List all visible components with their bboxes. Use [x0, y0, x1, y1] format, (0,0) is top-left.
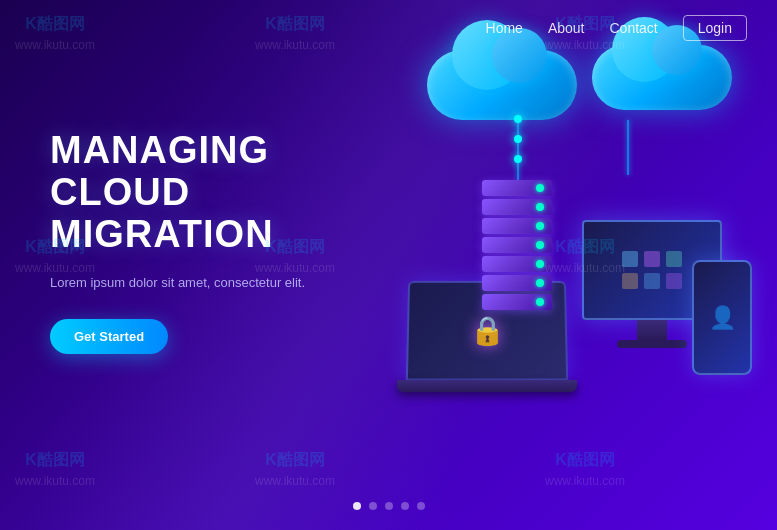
monitor-base — [617, 340, 687, 348]
pagination — [353, 502, 425, 510]
connector-dot-2 — [514, 135, 522, 143]
nav-links: Home About Contact Login — [486, 19, 747, 37]
server-stack — [482, 180, 552, 313]
screen-icon-4 — [622, 273, 638, 289]
mobile-phone: 👤 — [692, 260, 752, 375]
monitor-stand — [637, 320, 667, 340]
screen-icon-5 — [644, 273, 660, 289]
watermark-7: K酷图网 www.ikutu.com — [15, 448, 95, 490]
nav-contact-link[interactable]: Contact — [609, 20, 657, 36]
monitor-content — [614, 243, 690, 297]
watermark-9: K酷图网 www.ikutu.com — [545, 448, 625, 490]
watermark-8: K酷图网 www.ikutu.com — [255, 448, 335, 490]
hero-title: MANAGING CLOUD MIGRATION — [50, 130, 370, 255]
pagination-dot-4[interactable] — [401, 502, 409, 510]
server-unit-3 — [482, 218, 552, 234]
nav-item-login[interactable]: Login — [683, 19, 747, 37]
phone-person-icon: 👤 — [709, 305, 736, 331]
connector-line-1 — [517, 120, 519, 180]
keyboard-area — [397, 380, 577, 392]
pagination-dot-1[interactable] — [353, 502, 361, 510]
screen-icon-2 — [644, 251, 660, 267]
hero-title-line2: CLOUD MIGRATION — [50, 171, 274, 255]
server-unit-2 — [482, 199, 552, 215]
page-wrapper: Home About Contact Login MANAGING CLOUD … — [0, 0, 777, 530]
pagination-dot-5[interactable] — [417, 502, 425, 510]
pagination-dot-2[interactable] — [369, 502, 377, 510]
connector-line-2 — [627, 120, 629, 175]
hero-description: Lorem ipsum dolor sit amet, consectetur … — [50, 273, 370, 294]
server-unit-4 — [482, 237, 552, 253]
screen-icon-1 — [622, 251, 638, 267]
lock-icon: 🔒 — [469, 314, 504, 347]
illustration: 🔒 👤 — [327, 20, 757, 440]
server-unit-1 — [482, 180, 552, 196]
screen-icon-6 — [666, 273, 682, 289]
navbar: Home About Contact Login — [0, 0, 777, 55]
nav-home-link[interactable]: Home — [486, 20, 523, 36]
pagination-dot-3[interactable] — [385, 502, 393, 510]
screen-icon-3 — [666, 251, 682, 267]
nav-login-link[interactable]: Login — [683, 15, 747, 41]
get-started-button[interactable]: Get Started — [50, 319, 168, 354]
nav-about-link[interactable]: About — [548, 20, 585, 36]
hero-content: MANAGING CLOUD MIGRATION Lorem ipsum dol… — [50, 130, 370, 354]
nav-item-home[interactable]: Home — [486, 19, 523, 37]
server-unit-7 — [482, 294, 552, 310]
connector-dot-3 — [514, 155, 522, 163]
connector-dot-1 — [514, 115, 522, 123]
hero-title-line1: MANAGING — [50, 129, 269, 171]
nav-item-contact[interactable]: Contact — [609, 19, 657, 37]
nav-item-about[interactable]: About — [548, 19, 585, 37]
cloud-icon-1 — [427, 50, 577, 120]
server-unit-6 — [482, 275, 552, 291]
server-unit-5 — [482, 256, 552, 272]
